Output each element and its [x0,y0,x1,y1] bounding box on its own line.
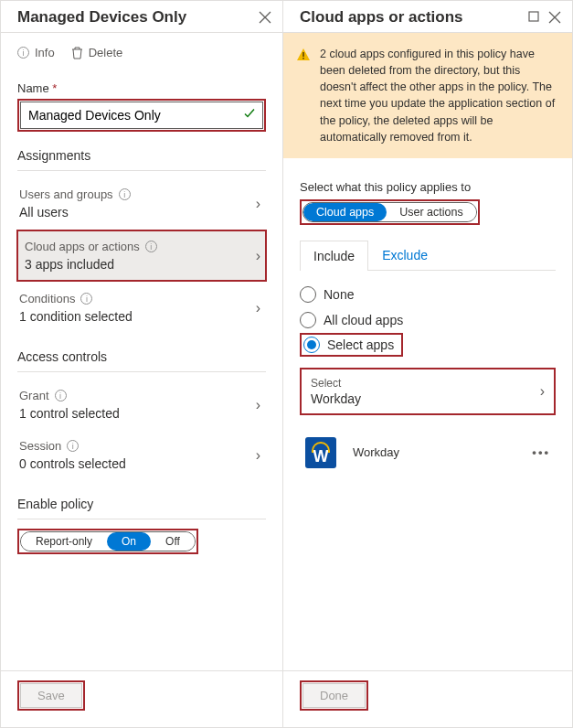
toggle-off[interactable]: Off [151,532,195,551]
radio-icon [303,337,320,353]
panel-header-right: Cloud apps or actions [283,1,572,33]
close-icon[interactable] [548,11,561,24]
radio-none[interactable]: None [300,282,556,307]
svg-rect-2 [302,58,304,59]
session-row[interactable]: Sessioni 0 controls selected › [17,430,266,480]
radio-icon [300,312,316,328]
svg-rect-1 [302,52,304,57]
tab-include[interactable]: Include [300,241,368,271]
info-icon: i [55,390,67,401]
maximize-icon[interactable] [528,11,539,24]
app-name: Workday [353,445,399,459]
panel-header-left: Managed Devices Only [1,1,282,33]
info-icon: i [17,47,29,59]
tab-exclude[interactable]: Exclude [368,240,441,270]
select-value: Workday [311,391,361,406]
pill-user-actions[interactable]: User actions [387,203,475,221]
chevron-right-icon: › [256,447,260,464]
chevron-right-icon: › [256,248,260,264]
enable-policy-heading: Enable policy [17,497,266,511]
close-icon[interactable] [259,11,271,24]
policy-name-input[interactable] [20,102,263,129]
cloud-apps-panel: Cloud apps or actions 2 cloud apps confi… [283,0,573,728]
enable-policy-toggle[interactable]: Report-only On Off [20,531,196,551]
users-groups-row[interactable]: Users and groupsi All users › [17,178,266,229]
grant-row[interactable]: Granti 1 control selected › [17,380,266,430]
warning-icon [296,48,311,145]
workday-app-icon: W [305,437,336,468]
assignments-heading: Assignments [17,148,266,163]
chevron-right-icon: › [256,196,260,212]
chevron-right-icon: › [256,397,260,413]
radio-icon [300,286,316,303]
policy-panel: Managed Devices Only i Info Delete Name [0,0,283,728]
pill-cloud-apps[interactable]: Cloud apps [303,203,387,221]
radio-select-apps[interactable]: Select apps [327,337,394,352]
access-controls-heading: Access controls [17,349,266,364]
applies-to-label: Select what this policy applies to [300,180,556,194]
info-icon: i [80,293,92,305]
select-label: Select [311,377,361,390]
name-label: Name [17,81,266,95]
panel-title: Managed Devices Only [17,8,186,27]
done-button[interactable]: Done [302,683,366,708]
toggle-on[interactable]: On [107,532,151,551]
include-exclude-tabs: Include Exclude [300,240,556,271]
trash-icon [71,47,83,59]
applies-to-toggle[interactable]: Cloud apps User actions [302,202,477,222]
chevron-right-icon: › [256,300,260,316]
panel-title: Cloud apps or actions [300,8,463,27]
save-button[interactable]: Save [20,683,82,708]
info-action[interactable]: i Info [17,46,55,59]
conditions-row[interactable]: Conditionsi 1 condition selected › [17,283,266,333]
warning-text: 2 cloud apps configured in this policy h… [320,46,559,145]
radio-all-cloud-apps[interactable]: All cloud apps [300,307,556,333]
select-apps-row[interactable]: Select Workday › [300,368,556,415]
info-icon: i [67,440,79,452]
info-icon: i [119,188,131,200]
checkmark-icon [243,108,256,123]
cloud-apps-row[interactable]: Cloud apps or actionsi 3 apps included › [17,230,266,281]
svg-rect-0 [529,12,538,21]
toggle-report-only[interactable]: Report-only [21,532,107,551]
chevron-right-icon: › [540,383,545,400]
info-icon: i [145,241,157,252]
selected-app-row: W Workday ••• [300,424,556,481]
warning-banner: 2 cloud apps configured in this policy h… [283,33,572,158]
delete-action[interactable]: Delete [71,46,123,59]
include-options: None All cloud apps Select apps [300,282,556,357]
more-icon[interactable]: ••• [532,445,550,459]
